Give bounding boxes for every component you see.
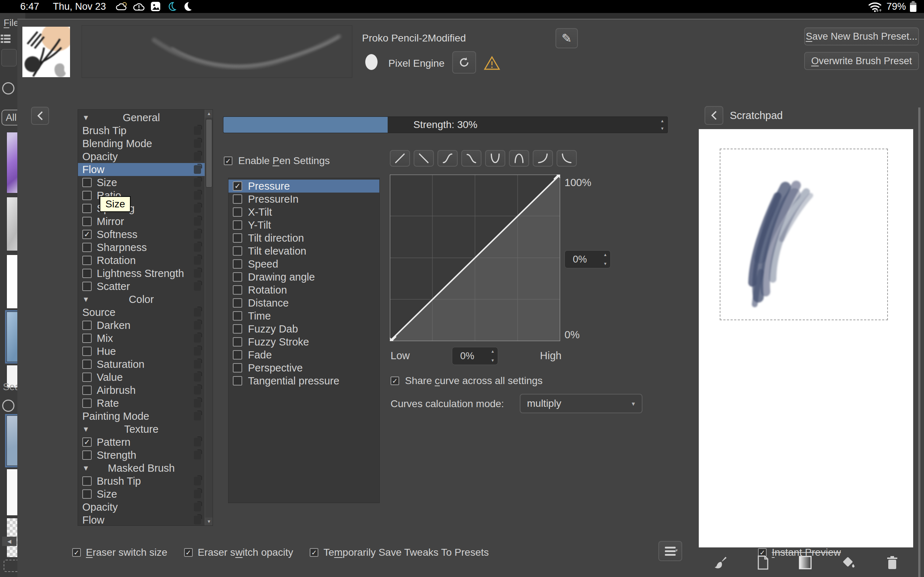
option-row-opacity[interactable]: Opacity <box>78 501 205 514</box>
sensor-checkbox-distance[interactable] <box>233 298 242 308</box>
panel-splitter[interactable] <box>918 108 921 577</box>
option-row-mirror[interactable]: Mirror <box>78 215 205 228</box>
collapse-presets-button[interactable] <box>31 107 49 125</box>
option-row-opacity[interactable]: Opacity <box>78 150 205 163</box>
sensor-row-time[interactable]: Time <box>228 309 380 322</box>
option-section-color[interactable]: ▼Color <box>78 293 205 306</box>
sensor-checkbox-fuzzy-dab[interactable] <box>233 324 242 334</box>
sensor-checkbox-fuzzy-stroke[interactable] <box>233 337 242 347</box>
sensor-checkbox-x-tilt[interactable] <box>233 207 242 217</box>
option-section-texture[interactable]: ▼Texture <box>78 423 205 436</box>
option-row-flow[interactable]: Flow <box>78 163 205 176</box>
option-checkbox-softness[interactable] <box>82 230 92 239</box>
option-checkbox-mirror[interactable] <box>82 217 92 226</box>
option-checkbox-rate[interactable] <box>82 398 92 408</box>
curve-j-icon[interactable] <box>533 150 553 167</box>
trash-icon[interactable] <box>886 555 899 570</box>
option-row-darken[interactable]: Darken <box>78 319 205 332</box>
option-checkbox-saturation[interactable] <box>82 359 92 369</box>
option-checkbox-pattern[interactable] <box>82 437 92 447</box>
scroll-left-arrow[interactable]: ◀ <box>2 537 16 546</box>
option-row-rate[interactable]: Rate <box>78 397 205 410</box>
section-collapse-icon[interactable]: ▼ <box>82 114 89 122</box>
option-row-painting-mode[interactable]: Painting Mode <box>78 410 205 423</box>
reload-preset-button[interactable] <box>452 51 476 74</box>
option-row-airbrush[interactable]: Airbrush <box>78 384 205 397</box>
sensor-row-fade[interactable]: Fade <box>228 348 380 361</box>
curve-u-icon[interactable] <box>485 150 505 167</box>
sensor-checkbox-fade[interactable] <box>233 350 242 359</box>
share-curve-checkbox[interactable] <box>391 377 399 385</box>
file-menu[interactable]: File <box>3 17 19 29</box>
option-checkbox-hue[interactable] <box>82 347 92 356</box>
sensor-checkbox-time[interactable] <box>233 311 242 321</box>
checkbox[interactable] <box>310 548 318 557</box>
footer-checkbox-eraser-switch-opacity[interactable]: Eraser switch opacity <box>184 547 294 558</box>
detach-editor-menu-button[interactable]: ▼ <box>658 541 682 561</box>
option-section-general[interactable]: ▼General <box>78 111 205 124</box>
save-new-preset-button[interactable]: Save New Brush Preset... <box>804 27 919 45</box>
sensor-checkbox-rotation[interactable] <box>233 285 242 295</box>
share-curve-checkbox-row[interactable]: Share curve across all settings <box>391 375 543 387</box>
curve-s-icon[interactable] <box>438 150 458 167</box>
option-checkbox-rotation[interactable] <box>82 256 92 265</box>
rename-preset-button[interactable]: ✎ <box>556 28 578 48</box>
sensor-row-fuzzy-dab[interactable]: Fuzzy Dab <box>228 322 380 335</box>
spin-buttons[interactable]: ▲▼ <box>601 251 610 267</box>
sensor-checkbox-pressure[interactable] <box>233 181 242 191</box>
option-checkbox-scatter[interactable] <box>82 282 92 291</box>
strength-slider[interactable]: Strength: 30% ▲▼ <box>223 116 668 133</box>
option-row-value[interactable]: Value <box>78 371 205 384</box>
option-row-ratio[interactable]: Ratio <box>78 189 205 202</box>
strength-spin-buttons[interactable]: ▲▼ <box>658 118 667 132</box>
section-collapse-icon[interactable]: ▼ <box>82 425 89 434</box>
section-collapse-icon[interactable]: ▼ <box>82 464 89 472</box>
option-row-spacing[interactable]: Spacing <box>78 202 205 215</box>
option-checkbox-value[interactable] <box>82 372 92 382</box>
paintbrush-icon[interactable] <box>713 555 728 570</box>
option-checkbox-brush-tip[interactable] <box>82 476 92 486</box>
option-checkbox-darken[interactable] <box>82 321 92 330</box>
option-row-blending-mode[interactable]: Blending Mode <box>78 137 205 150</box>
curve-decay-icon[interactable] <box>557 150 577 167</box>
sensor-checkbox-y-tilt[interactable] <box>233 220 242 230</box>
options-scrollbar[interactable]: ▲ ▼ <box>205 110 213 525</box>
curve-linear-down-icon[interactable] <box>414 150 434 167</box>
new-page-icon[interactable] <box>756 555 769 570</box>
scrollbar-thumb[interactable] <box>206 119 212 187</box>
option-checkbox-mix[interactable] <box>82 334 92 343</box>
sensor-checkbox-drawing-angle[interactable] <box>233 272 242 282</box>
option-section-masked-brush[interactable]: ▼Masked Brush <box>78 462 205 475</box>
option-row-scatter[interactable]: Scatter <box>78 280 205 293</box>
option-checkbox-sharpness[interactable] <box>82 243 92 252</box>
option-checkbox-strength[interactable] <box>82 450 92 460</box>
sensor-row-distance[interactable]: Distance <box>228 297 380 309</box>
checkbox[interactable] <box>184 548 193 557</box>
option-row-brush-tip[interactable]: Brush Tip <box>78 124 205 137</box>
option-checkbox-ratio[interactable] <box>82 191 92 200</box>
scratchpad-canvas[interactable] <box>699 129 913 548</box>
option-row-flow[interactable]: Flow <box>78 514 205 526</box>
sensor-row-rotation[interactable]: Rotation <box>228 284 380 297</box>
sensor-row-perspective[interactable]: Perspective <box>228 361 380 374</box>
option-checkbox-lightness-strength[interactable] <box>82 269 92 278</box>
enable-pen-settings[interactable]: Enable Pen Settings <box>224 155 330 167</box>
lock-icon[interactable] <box>2 400 15 412</box>
sensor-row-pressurein[interactable]: PressureIn <box>228 193 380 206</box>
option-checkbox-airbrush[interactable] <box>82 385 92 395</box>
sensor-checkbox-perspective[interactable] <box>233 363 242 372</box>
sensor-row-fuzzy-stroke[interactable]: Fuzzy Stroke <box>228 335 380 348</box>
option-row-mix[interactable]: Mix <box>78 332 205 345</box>
overwrite-preset-button[interactable]: Overwrite Brush Preset <box>804 52 919 70</box>
option-row-strength[interactable]: Strength <box>78 449 205 462</box>
scratchpad-collapse-button[interactable] <box>704 106 723 125</box>
sensor-checkbox-pressurein[interactable] <box>233 194 242 204</box>
option-row-hue[interactable]: Hue <box>78 345 205 358</box>
gradient-fill-icon[interactable] <box>798 555 813 570</box>
lock-docker-icon[interactable] <box>2 82 15 95</box>
sensor-row-y-tilt[interactable]: Y-Tilt <box>228 219 380 232</box>
spin-buttons[interactable]: ▲▼ <box>488 348 497 364</box>
sensor-row-tangential-pressure[interactable]: Tangential pressure <box>228 374 380 387</box>
curve-y-value-spinbox[interactable]: 0% ▲▼ <box>564 250 611 268</box>
option-row-source[interactable]: Source <box>78 306 205 319</box>
